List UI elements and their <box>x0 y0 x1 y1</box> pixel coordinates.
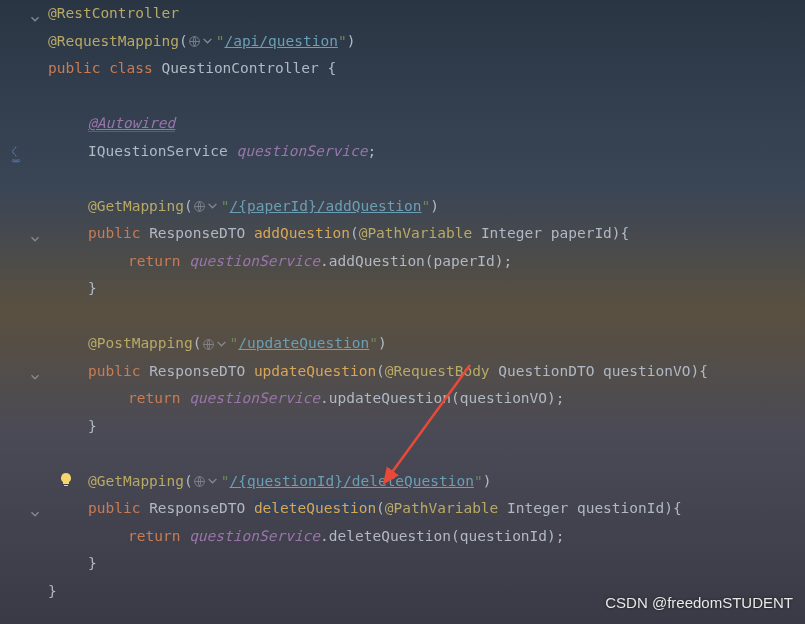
url-path[interactable]: /{questionId}/deleteQuestion <box>230 473 474 489</box>
code-line: @Autowired <box>48 110 805 138</box>
annotation: @PostMapping <box>88 335 193 351</box>
annotation: @GetMapping <box>88 198 184 214</box>
code-line: @GetMapping("/{paperId}/addQuestion") <box>48 193 805 221</box>
globe-icon[interactable] <box>202 338 228 351</box>
code-line: public ResponseDTO updateQuestion(@Reque… <box>48 358 805 386</box>
code-line: @GetMapping("/{questionId}/deleteQuestio… <box>48 468 805 496</box>
fold-icon[interactable] <box>28 503 42 517</box>
method-name: deleteQuestion <box>254 500 376 516</box>
code-line: } <box>48 550 805 578</box>
code-line: public ResponseDTO deleteQuestion(@PathV… <box>48 495 805 523</box>
code-line: return questionService.addQuestion(paper… <box>48 248 805 276</box>
code-line: } <box>48 413 805 441</box>
globe-icon[interactable] <box>193 200 219 213</box>
code-line: public ResponseDTO addQuestion(@PathVari… <box>48 220 805 248</box>
globe-icon[interactable] <box>193 475 219 488</box>
gutter <box>0 0 44 605</box>
field-name: questionService <box>236 143 367 159</box>
url-path[interactable]: /api/question <box>224 33 338 49</box>
method-name: addQuestion <box>254 225 350 241</box>
java-file-icon <box>6 144 26 164</box>
code-line: @PostMapping("/updateQuestion") <box>48 330 805 358</box>
code-editor[interactable]: @RestController @RequestMapping("/api/qu… <box>0 0 805 605</box>
code-line: return questionService.deleteQuestion(qu… <box>48 523 805 551</box>
url-path[interactable]: /updateQuestion <box>238 335 369 351</box>
url-path[interactable]: /{paperId}/addQuestion <box>230 198 422 214</box>
annotation: @RequestMapping <box>48 33 179 49</box>
code-line: IQuestionService questionService; <box>48 138 805 166</box>
class-name: QuestionController <box>162 60 319 76</box>
annotation: @Autowired <box>88 115 175 132</box>
globe-icon[interactable] <box>188 35 214 48</box>
fold-icon[interactable] <box>28 8 42 22</box>
annotation: @RestController <box>48 5 179 21</box>
fold-icon[interactable] <box>28 228 42 242</box>
code-line: return questionService.updateQuestion(qu… <box>48 385 805 413</box>
fold-icon[interactable] <box>28 366 42 380</box>
annotation: @GetMapping <box>88 473 184 489</box>
method-name: updateQuestion <box>254 363 376 379</box>
code-line: } <box>48 275 805 303</box>
watermark: CSDN @freedomSTUDENT <box>605 589 793 617</box>
code-line: @RequestMapping("/api/question") <box>48 28 805 56</box>
lightbulb-icon[interactable] <box>58 470 74 486</box>
code-line: @RestController <box>48 0 805 28</box>
code-line: public class QuestionController { <box>48 55 805 83</box>
